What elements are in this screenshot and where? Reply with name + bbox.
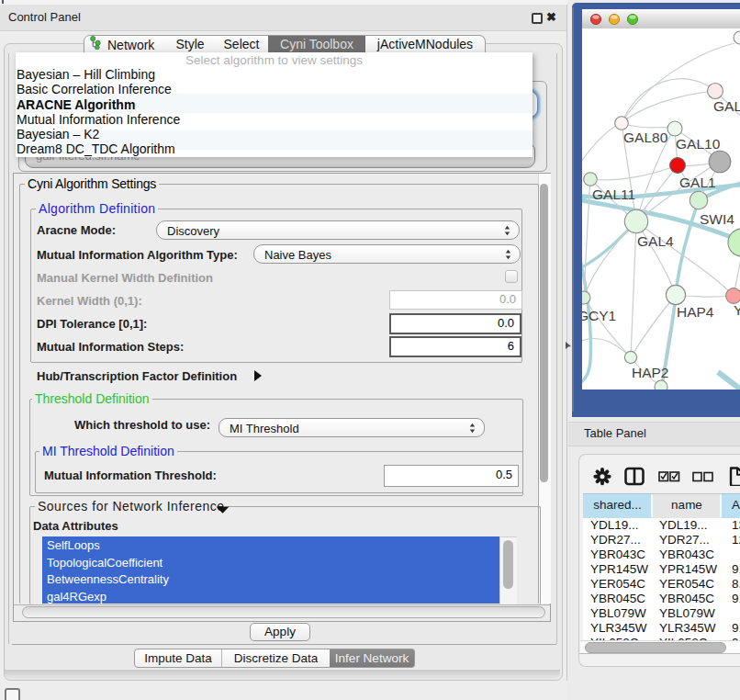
svg-text:GAL80: GAL80 (623, 130, 668, 145)
svg-text:YJ: YJ (734, 302, 740, 318)
svg-text:GAL4: GAL4 (637, 233, 674, 249)
svg-text:GAL1: GAL1 (679, 175, 716, 190)
svg-text:HAP2: HAP2 (632, 365, 669, 380)
svg-text:HAP4: HAP4 (677, 304, 714, 320)
svg-text:SWI4: SWI4 (700, 211, 734, 227)
svg-text:GCY1: GCY1 (582, 308, 616, 323)
svg-text:GAL11: GAL11 (592, 186, 635, 202)
svg-text:GAL10: GAL10 (676, 136, 721, 152)
svg-text:GAL7: GAL7 (713, 98, 740, 114)
